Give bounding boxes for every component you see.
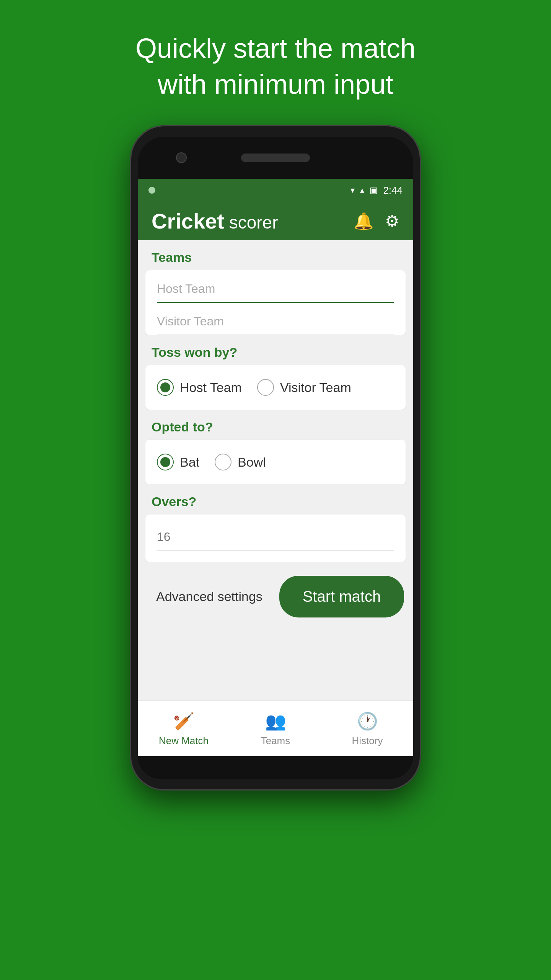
front-camera xyxy=(176,152,187,163)
toss-visitor-label: Visitor Team xyxy=(280,380,351,395)
status-dot xyxy=(148,187,155,194)
teams-card xyxy=(145,270,406,335)
overs-card xyxy=(145,514,406,562)
bell-icon[interactable]: 🔔 xyxy=(354,212,373,230)
advanced-settings-button[interactable]: Advanced settings xyxy=(147,581,272,612)
visitor-team-input[interactable] xyxy=(157,303,394,335)
start-match-button[interactable]: Start match xyxy=(279,576,404,617)
opted-bowl-label: Bowl xyxy=(238,455,266,470)
teams-label: Teams xyxy=(261,735,290,747)
toss-visitor-radio-outer xyxy=(257,379,274,396)
wifi-icon: ▾ xyxy=(350,185,355,195)
toss-host-radio-outer xyxy=(157,379,174,396)
app-title-bold: Cricket xyxy=(152,209,224,233)
phone-bottom-bezel xyxy=(138,756,413,779)
bottom-nav: 🏏 New Match 👥 Teams 🕐 History xyxy=(138,700,413,756)
opted-radio-group: Bat Bowl xyxy=(157,440,394,484)
nav-teams[interactable]: 👥 Teams xyxy=(230,701,321,756)
opted-bowl-radio-outer xyxy=(215,454,231,470)
opted-section-label: Opted to? xyxy=(138,410,413,440)
history-label: History xyxy=(352,735,383,747)
teams-section-label: Teams xyxy=(138,240,413,270)
host-team-input[interactable] xyxy=(157,270,394,303)
overs-input[interactable] xyxy=(157,518,394,550)
battery-icon: ▣ xyxy=(370,185,378,195)
teams-icon: 👥 xyxy=(265,711,286,731)
opted-card: Bat Bowl xyxy=(145,440,406,484)
toss-host-label: Host Team xyxy=(180,380,242,395)
app-title: Cricket scorer xyxy=(152,209,278,234)
toss-radio-group: Host Team Visitor Team xyxy=(157,365,394,410)
toss-host-team[interactable]: Host Team xyxy=(157,379,242,396)
app-bar-icons: 🔔 ⚙ xyxy=(354,212,399,230)
action-bar: Advanced settings Start match xyxy=(138,562,413,631)
history-icon: 🕐 xyxy=(357,711,378,731)
toss-host-radio-inner xyxy=(160,382,170,392)
hero-text: Quickly start the match with minimum inp… xyxy=(111,31,440,102)
new-match-label: New Match xyxy=(159,735,209,747)
toss-card: Host Team Visitor Team xyxy=(145,365,406,410)
app-bar: Cricket scorer 🔔 ⚙ xyxy=(138,202,413,240)
signal-icon: ▴ xyxy=(360,185,364,195)
opted-bat[interactable]: Bat xyxy=(157,454,199,470)
opted-bat-label: Bat xyxy=(180,455,199,470)
opted-bat-radio-inner xyxy=(160,457,170,467)
app-title-light: scorer xyxy=(224,212,278,232)
new-match-icon: 🏏 xyxy=(173,711,194,731)
status-bar: ▾ ▴ ▣ 2:44 xyxy=(138,179,413,202)
phone-device: ▾ ▴ ▣ 2:44 Cricket scorer 🔔 ⚙ Teams xyxy=(130,125,421,791)
overs-section-label: Overs? xyxy=(138,484,413,514)
settings-icon[interactable]: ⚙ xyxy=(385,212,399,230)
opted-bat-radio-outer xyxy=(157,454,174,470)
empty-area xyxy=(138,631,413,700)
toss-section-label: Toss won by? xyxy=(138,335,413,365)
toss-visitor-team[interactable]: Visitor Team xyxy=(257,379,351,396)
phone-top-bezel xyxy=(138,137,413,179)
speaker-grille xyxy=(241,154,310,162)
phone-screen: ▾ ▴ ▣ 2:44 Cricket scorer 🔔 ⚙ Teams xyxy=(138,179,413,756)
clock: 2:44 xyxy=(383,185,403,196)
opted-bowl[interactable]: Bowl xyxy=(215,454,266,470)
nav-history[interactable]: 🕐 History xyxy=(321,701,413,756)
nav-new-match[interactable]: 🏏 New Match xyxy=(138,701,230,756)
